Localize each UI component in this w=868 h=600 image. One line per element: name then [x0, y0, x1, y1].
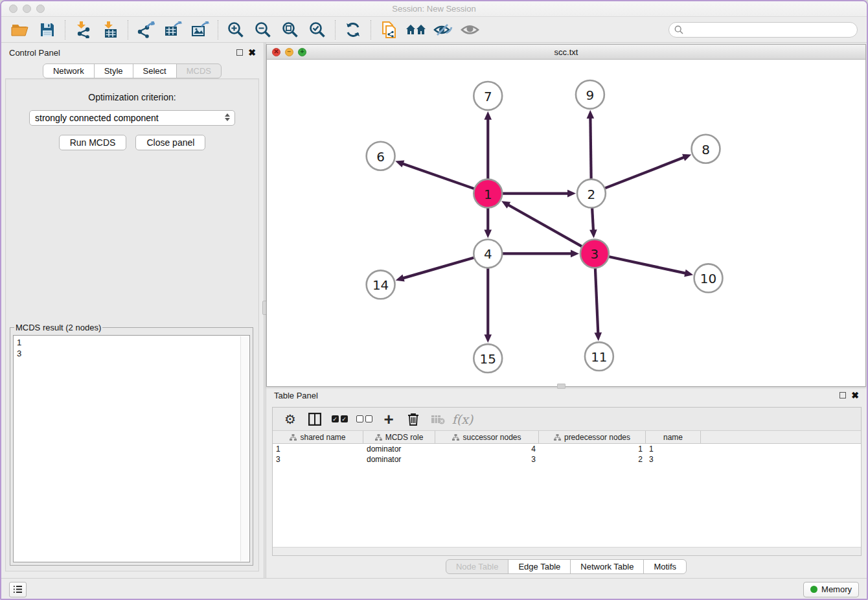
result-scrollbar[interactable] [240, 336, 249, 561]
tab-edge-table[interactable]: Edge Table [508, 559, 571, 574]
trash-icon[interactable] [402, 410, 424, 429]
column-header-mcds-role[interactable]: MCDS role [363, 431, 435, 443]
hierarchy-icon [290, 434, 297, 441]
toolbar-separator [65, 20, 65, 40]
column-header-predecessor-nodes[interactable]: predecessor nodes [539, 431, 646, 443]
column-header-name[interactable]: name [646, 431, 701, 443]
table-hscrollbar[interactable] [273, 547, 861, 555]
open-folder-icon[interactable] [6, 19, 34, 40]
task-history-button[interactable] [9, 582, 27, 597]
graph-edge-2-3[interactable] [592, 208, 593, 232]
import-network-icon[interactable] [69, 19, 97, 40]
tab-style[interactable]: Style [94, 63, 133, 78]
graph-arrowhead-4-14 [396, 274, 405, 281]
optimization-criterion-select[interactable]: strongly connected component [29, 110, 235, 126]
tab-mcds[interactable]: MCDS [176, 63, 222, 78]
control-panel: Control Panel ✖ NetworkStyleSelectMCDS O… [1, 43, 264, 578]
search-box[interactable] [668, 22, 858, 38]
mcds-result-list[interactable]: 13 [13, 335, 250, 562]
refresh-layout-icon[interactable] [339, 19, 367, 40]
tab-node-table[interactable]: Node Table [446, 559, 509, 574]
table-cell-mcds-role[interactable]: dominator [363, 444, 435, 454]
float-panel-icon[interactable] [236, 49, 243, 56]
titlebar: Session: New Session [1, 1, 867, 17]
close-panel-button[interactable]: Close panel [135, 135, 205, 150]
column-header-shared-name[interactable]: shared name [273, 431, 363, 443]
graph-node-label-14: 14 [372, 277, 389, 293]
graph-arrowhead-1-6 [395, 160, 404, 167]
save-icon[interactable] [34, 19, 61, 40]
run-mcds-button[interactable]: Run MCDS [59, 135, 127, 150]
graph-arrowhead-4-15 [484, 334, 492, 343]
clear-checkboxes-icon[interactable] [353, 410, 375, 429]
memory-button[interactable]: Memory [803, 582, 859, 597]
add-icon[interactable]: + [378, 410, 400, 429]
graph-edge-3-10[interactable] [608, 257, 687, 273]
graph-arrowhead-2-8 [682, 154, 691, 161]
graph-edge-3-11[interactable] [595, 268, 599, 334]
graph-node-label-3: 3 [591, 246, 599, 262]
mcds-result-group: MCDS result (2 nodes) 13 [10, 323, 253, 566]
zoom-fit-icon[interactable] [277, 19, 304, 40]
hierarchy-icon [452, 434, 459, 441]
table-cell-predecessor-nodes[interactable]: 2 [539, 454, 646, 465]
zoom-selected-icon[interactable] [304, 19, 331, 40]
duplicate-network-icon[interactable] [375, 19, 402, 40]
table-cell-predecessor-nodes[interactable]: 1 [539, 444, 646, 454]
network-window-titlebar[interactable]: ✕ − + scc.txt [267, 45, 865, 60]
search-input[interactable] [687, 25, 852, 34]
graph-node-label-2: 2 [588, 187, 596, 202]
split-columns-icon[interactable] [304, 410, 326, 429]
export-table-icon[interactable] [159, 19, 187, 40]
graph-arrowhead-4-3 [571, 250, 579, 258]
network-graph-canvas[interactable]: 7968124314101511 [267, 60, 865, 386]
mcds-result-line[interactable]: 3 [17, 348, 246, 359]
float-table-panel-icon[interactable] [839, 392, 846, 398]
table-cell-successor-nodes[interactable]: 3 [435, 454, 539, 465]
app-window: Session: New Session [0, 0, 868, 600]
tab-motifs[interactable]: Motifs [643, 559, 687, 574]
table-cell-mcds-role[interactable]: dominator [363, 454, 435, 465]
tab-network[interactable]: Network [43, 63, 95, 78]
close-panel-icon[interactable]: ✖ [248, 49, 256, 56]
table-body: 1dominator4113dominator323 [273, 444, 861, 465]
zoom-in-icon[interactable] [222, 19, 249, 40]
network-maximize-icon[interactable]: + [298, 48, 306, 56]
tab-network-table[interactable]: Network Table [570, 559, 644, 574]
import-table-icon[interactable] [97, 19, 124, 40]
graph-edge-4-14[interactable] [402, 257, 474, 278]
graph-edge-1-6[interactable] [402, 163, 475, 189]
graph-node-label-10: 10 [700, 271, 716, 286]
table-cell-shared-name[interactable]: 3 [273, 454, 363, 465]
table-cell-name[interactable]: 1 [646, 444, 701, 454]
column-header-successor-nodes[interactable]: successor nodes [435, 431, 539, 443]
export-image-icon[interactable] [187, 19, 214, 40]
graph-arrowhead-1-7 [484, 111, 492, 120]
gear-icon[interactable]: ⚙ [279, 410, 301, 429]
tab-select[interactable]: Select [133, 63, 177, 78]
select-all-checkboxes-icon[interactable]: ✓✓ [328, 410, 350, 429]
table-cell-name[interactable]: 3 [646, 454, 701, 465]
network-view-window: ✕ − + scc.txt 7968124314101511 [266, 44, 866, 387]
home-views-icon[interactable] [402, 19, 429, 40]
table-panel: Table Panel ✖ ⚙ ✓✓ [266, 387, 867, 578]
graph-edge-2-8[interactable] [604, 157, 685, 189]
show-all-icon[interactable] [457, 19, 484, 40]
table-cell-shared-name[interactable]: 1 [273, 444, 363, 454]
export-network-icon[interactable] [132, 19, 159, 40]
mcds-result-line[interactable]: 1 [17, 337, 246, 348]
graph-node-label-11: 11 [591, 349, 607, 365]
control-panel-tabs: NetworkStyleSelectMCDS [1, 63, 264, 78]
network-minimize-icon[interactable]: − [285, 48, 293, 56]
table-row[interactable]: 1dominator411 [273, 444, 861, 454]
window-title: Session: New Session [1, 4, 867, 14]
close-table-panel-icon[interactable]: ✖ [851, 392, 859, 398]
table-row[interactable]: 3dominator323 [273, 454, 861, 465]
network-close-icon[interactable]: ✕ [272, 48, 280, 56]
table-cell-successor-nodes[interactable]: 4 [435, 444, 539, 454]
zoom-out-icon[interactable] [249, 19, 277, 40]
hide-selected-icon[interactable] [429, 19, 457, 40]
graph-edge-2-9[interactable] [590, 117, 591, 179]
delete-table-icon [427, 410, 449, 429]
graph-edge-3-1[interactable] [507, 204, 582, 246]
